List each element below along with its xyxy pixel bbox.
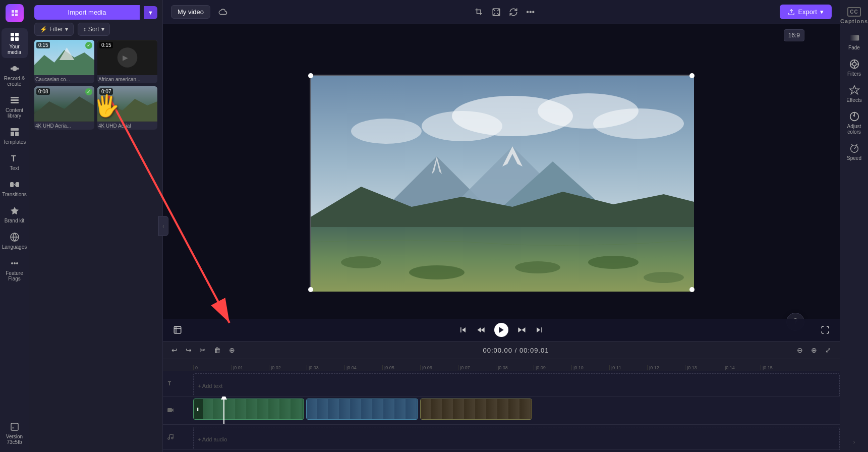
ruler-mark: |0:11 bbox=[609, 365, 647, 370]
version-icon: v bbox=[9, 421, 20, 432]
dots-icon bbox=[9, 258, 20, 269]
ruler-marks: 0 |0:01 |0:02 |0:03 |0:04 |0:05 |0:06 |0… bbox=[163, 365, 798, 370]
svg-text:v: v bbox=[12, 426, 14, 429]
top-bar-tools: ••• bbox=[473, 6, 537, 19]
add-button[interactable]: ⊕ bbox=[226, 345, 238, 356]
sidebar-item-filters[interactable]: Filters bbox=[841, 55, 867, 80]
ruler-mark: |0:03 bbox=[307, 365, 344, 370]
add-text-button[interactable]: + Add text bbox=[193, 373, 840, 396]
filter-button[interactable]: ⚡ Filter ▾ bbox=[34, 23, 74, 36]
skip-back-button[interactable] bbox=[458, 325, 468, 335]
clip-pause-icon: ⏸ bbox=[194, 399, 203, 419]
sidebar-item-effects[interactable]: Effects bbox=[841, 82, 867, 106]
filter-icon: ⚡ bbox=[40, 26, 47, 33]
speed-label: Speed bbox=[847, 155, 861, 161]
corner-handle-bl[interactable] bbox=[308, 287, 313, 292]
sidebar-item-record-create[interactable]: Record & create bbox=[2, 60, 28, 90]
corner-handle-tl[interactable] bbox=[308, 73, 313, 78]
export-button[interactable]: Export ▾ bbox=[780, 5, 832, 19]
video-canvas bbox=[310, 75, 693, 291]
sidebar-item-captions[interactable]: CC Captions bbox=[841, 4, 867, 27]
more-options-button[interactable]: ••• bbox=[524, 6, 537, 19]
corner-handle-br[interactable] bbox=[689, 287, 695, 292]
corner-handle-tr[interactable] bbox=[689, 73, 695, 78]
import-media-dropdown-button[interactable]: ▼ bbox=[144, 6, 157, 19]
import-media-button[interactable]: Import media bbox=[34, 5, 140, 20]
video-clip-2[interactable] bbox=[306, 399, 418, 420]
sidebar-item-your-media[interactable]: Your media bbox=[2, 28, 28, 58]
clip-frames bbox=[421, 399, 532, 419]
svg-rect-7 bbox=[11, 97, 19, 98]
video-clip-3[interactable] bbox=[420, 399, 532, 420]
preview-container: 16:9 bbox=[163, 24, 840, 452]
fullscreen-tool-button[interactable] bbox=[490, 6, 503, 19]
rotate-tool-button[interactable] bbox=[507, 6, 520, 19]
zoom-in-button[interactable]: ⊕ bbox=[808, 345, 820, 355]
svg-point-69 bbox=[850, 145, 858, 153]
sidebar-item-brand[interactable]: Brand kit bbox=[2, 202, 28, 227]
svg-point-39 bbox=[593, 108, 684, 139]
rewind-button[interactable] bbox=[476, 325, 486, 335]
sidebar-item-feature-flags[interactable]: Feature Flags bbox=[2, 255, 28, 285]
collapse-right-sidebar-button[interactable]: › bbox=[841, 436, 867, 448]
svg-rect-14 bbox=[10, 182, 14, 187]
media-thumbnail[interactable]: ▶ 0:15 African american... bbox=[97, 40, 157, 83]
crop-tool-button[interactable] bbox=[473, 6, 486, 19]
cut-button[interactable]: ✂ bbox=[197, 345, 208, 356]
timeline-zoom-controls: ⊖ ⊕ ⤢ bbox=[794, 345, 834, 355]
playhead[interactable] bbox=[223, 397, 224, 424]
media-thumbnail[interactable]: 0:07 4K UHD Aerial bbox=[97, 86, 157, 130]
skip-forward-button[interactable] bbox=[535, 325, 545, 335]
svg-rect-1 bbox=[15, 33, 19, 36]
text-track-row: T + Add text bbox=[163, 371, 840, 397]
collapse-panel-button[interactable]: ‹ bbox=[158, 216, 168, 236]
svg-point-60 bbox=[171, 437, 173, 439]
svg-marker-58 bbox=[172, 408, 173, 412]
svg-rect-10 bbox=[11, 128, 19, 131]
sidebar-item-transitions[interactable]: Transitions bbox=[2, 176, 28, 200]
fullscreen-button[interactable] bbox=[821, 325, 830, 334]
video-track-content: ⏸ bbox=[193, 397, 840, 424]
sidebar-item-label: Version 73c5fb bbox=[4, 434, 26, 445]
thumb-duration: 0:07 bbox=[99, 88, 113, 95]
audio-track-content[interactable]: + Add audio bbox=[193, 425, 840, 449]
svg-rect-0 bbox=[11, 33, 14, 36]
crop-mode-button[interactable] bbox=[173, 325, 182, 334]
svg-line-71 bbox=[856, 144, 857, 146]
sidebar-item-text[interactable]: T Text bbox=[2, 150, 28, 174]
sort-button[interactable]: ↕ Sort ▾ bbox=[78, 23, 110, 36]
play-button[interactable] bbox=[494, 323, 508, 337]
media-thumbnail[interactable]: 0:08 ✓ 4K UHD Aeria... bbox=[34, 86, 94, 130]
zoom-fit-button[interactable]: ⤢ bbox=[823, 345, 834, 355]
undo-button[interactable]: ↩ bbox=[169, 345, 180, 356]
sidebar-item-languages[interactable]: Languages bbox=[2, 229, 28, 253]
ruler-mark: |0:01 bbox=[231, 365, 269, 370]
media-thumbnail[interactable]: 0:15 ✓ Caucasian co... bbox=[34, 40, 94, 83]
sidebar-item-label: Languages bbox=[2, 244, 27, 250]
timeline-area: ↩ ↪ ✂ 🗑 ⊕ 00:00.00 / 00:09.01 ⊖ ⊕ ⤢ bbox=[163, 341, 840, 452]
text-track-content[interactable]: + Add text bbox=[193, 371, 840, 396]
add-audio-button[interactable]: + Add audio bbox=[193, 427, 840, 449]
svg-rect-52 bbox=[174, 326, 181, 333]
project-title[interactable]: My video bbox=[171, 5, 210, 19]
forward-button[interactable] bbox=[516, 325, 527, 335]
ruler-mark: 0 bbox=[193, 365, 231, 370]
sidebar-item-label: Templates bbox=[3, 139, 26, 145]
video-clip-1[interactable]: ⏸ bbox=[193, 399, 304, 420]
sidebar-item-templates[interactable]: Templates bbox=[2, 124, 28, 148]
svg-rect-12 bbox=[15, 132, 19, 136]
redo-button[interactable]: ↪ bbox=[183, 345, 194, 356]
sidebar-item-content-library[interactable]: Content library bbox=[2, 92, 28, 122]
sidebar-item-speed[interactable]: Speed bbox=[841, 140, 867, 164]
sidebar-item-label: Brand kit bbox=[5, 218, 24, 223]
thumb-checkmark: ✓ bbox=[85, 42, 92, 49]
zoom-out-button[interactable]: ⊖ bbox=[794, 345, 805, 355]
video-track-label bbox=[163, 407, 193, 415]
sidebar-item-version[interactable]: v Version 73c5fb bbox=[2, 418, 28, 448]
cloud-save-button[interactable] bbox=[216, 6, 229, 19]
filters-icon bbox=[849, 59, 860, 70]
delete-button[interactable]: 🗑 bbox=[211, 345, 223, 356]
sidebar-item-fade[interactable]: Fade bbox=[841, 29, 867, 53]
sidebar-item-adjust-colors[interactable]: Adjust colors bbox=[841, 108, 867, 138]
captions-icon: CC bbox=[847, 7, 860, 17]
